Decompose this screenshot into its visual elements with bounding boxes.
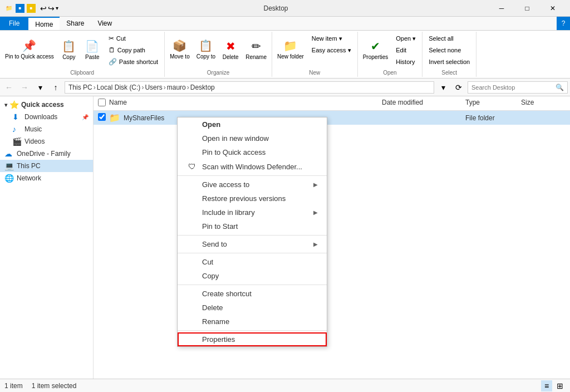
ctx-open[interactable]: Open <box>178 117 327 131</box>
view-buttons: ≡ ⊞ <box>541 380 566 391</box>
ctx-scan-defender[interactable]: 🛡 Scan with Windows Defender... <box>178 159 327 174</box>
ctx-pin-start[interactable]: Pin to Start <box>178 219 327 233</box>
cut-button[interactable]: ✂ Cut <box>105 33 162 44</box>
ctx-open-new-window[interactable]: Open in new window <box>178 131 327 145</box>
sidebar-item-onedrive[interactable]: ☁ OneDrive - Family <box>0 148 93 160</box>
search-icon: 🔍 <box>556 84 564 91</box>
paste-icon: 📄 <box>85 40 99 53</box>
copy-path-button[interactable]: 🗒 Copy path <box>105 45 162 56</box>
tab-view[interactable]: View <box>91 17 119 30</box>
header-size[interactable]: Size <box>521 99 566 108</box>
ctx-properties[interactable]: Properties <box>178 332 327 346</box>
undo-btn[interactable]: ↩ <box>40 4 47 13</box>
header-name[interactable]: Name <box>109 99 382 108</box>
select-small-buttons: Select all Select none Invert selection <box>425 33 474 67</box>
edit-btn[interactable]: Edit <box>392 45 420 56</box>
thispc-icon: 💻 <box>4 161 13 170</box>
select-none-button[interactable]: Select none <box>425 45 474 56</box>
properties-button[interactable]: ✔ Properties <box>360 33 391 66</box>
copy-icon: 📋 <box>62 40 76 53</box>
up-button[interactable]: ↑ <box>49 81 62 94</box>
ctx-sep-1 <box>178 175 327 176</box>
select-all-button[interactable]: Select all <box>425 33 474 44</box>
ribbon: File Home Share View ? <box>0 17 570 31</box>
ctx-create-shortcut[interactable]: Create shortcut <box>178 287 327 301</box>
recent-button[interactable]: ▾ <box>33 81 47 94</box>
ribbon-group-clipboard: 📌 Pin to Quick access 📋 Copy 📄 Paste ✂ C… <box>0 32 165 77</box>
pin-quick-access-button[interactable]: 📌 Pin to Quick access <box>2 33 57 66</box>
move-icon: 📦 <box>173 39 186 52</box>
delete-button[interactable]: ✖ Delete <box>219 33 242 66</box>
refresh-button[interactable]: ⟳ <box>452 81 465 94</box>
clipboard-buttons: 📌 Pin to Quick access 📋 Copy 📄 Paste ✂ C… <box>2 33 162 68</box>
sidebar-item-music[interactable]: ♪ Music <box>0 123 93 135</box>
title-bar: 📁 ■ ■ ↩ ↪ ▾ Desktop ─ □ ✕ <box>0 0 570 17</box>
videos-icon: 🎬 <box>12 137 21 146</box>
ctx-shield-icon: 🛡 <box>186 162 198 171</box>
history-btn[interactable]: History <box>392 56 420 67</box>
forward-button[interactable]: → <box>18 81 31 94</box>
context-menu: Open Open in new window Pin to Quick acc… <box>177 117 327 347</box>
copy-to-icon: 📋 <box>199 39 213 52</box>
search-input[interactable] <box>471 84 553 91</box>
status-bar: 1 item 1 item selected ≡ ⊞ <box>0 379 570 392</box>
music-icon: ♪ <box>12 125 21 134</box>
tab-home[interactable]: Home <box>28 17 60 30</box>
invert-selection-button[interactable]: Invert selection <box>425 56 474 67</box>
sidebar-item-videos[interactable]: 🎬 Videos <box>0 135 93 148</box>
large-icons-view-button[interactable]: ⊞ <box>554 380 566 391</box>
sidebar-item-network[interactable]: 🌐 Network <box>0 172 93 184</box>
dropdown-path-button[interactable]: ▾ <box>436 81 450 94</box>
header-type[interactable]: Type <box>465 99 521 108</box>
sidebar-item-downloads[interactable]: ⬇ Downloads 📌 <box>0 111 93 123</box>
ctx-send-to[interactable]: Send to ▶ <box>178 237 327 251</box>
redo-btn[interactable]: ↪ <box>48 4 55 13</box>
help-button[interactable]: ? <box>557 17 570 30</box>
ctx-cut[interactable]: Cut <box>178 255 327 269</box>
address-path[interactable]: This PC › Local Disk (C:) › Users › maur… <box>65 81 434 94</box>
tab-file[interactable]: File <box>0 17 28 30</box>
tab-share[interactable]: Share <box>60 17 91 30</box>
select-all-checkbox[interactable] <box>98 99 106 106</box>
properties-icon: ✔ <box>371 40 380 53</box>
minimize-button[interactable]: ─ <box>489 0 514 17</box>
file-area: Name Date modified Type Size 📁 MyShareFi… <box>94 96 570 379</box>
ctx-copy[interactable]: Copy <box>178 269 327 283</box>
new-item-button[interactable]: New item ▾ <box>308 33 355 44</box>
copy-button[interactable]: 📋 Copy <box>58 33 80 66</box>
header-date[interactable]: Date modified <box>382 99 465 108</box>
ctx-restore-versions[interactable]: Restore previous versions <box>178 192 327 205</box>
ctx-access-arrow: ▶ <box>313 182 318 188</box>
close-button[interactable]: ✕ <box>540 0 566 17</box>
sidebar-quick-access-header[interactable]: ▾ ⭐ Quick access <box>0 99 93 111</box>
ctx-rename[interactable]: Rename <box>178 315 327 329</box>
sidebar-item-thispc[interactable]: 💻 This PC <box>0 160 93 172</box>
move-to-button[interactable]: 📦 Move to <box>167 33 193 66</box>
ctx-give-access[interactable]: Give access to ▶ <box>178 178 327 192</box>
paste-shortcut-button[interactable]: 🔗 Paste shortcut <box>105 56 162 67</box>
organize-buttons: 📦 Move to 📋 Copy to ✖ Delete ✏ Rename <box>167 33 269 68</box>
rename-button[interactable]: ✏ Rename <box>243 33 269 66</box>
easy-access-button[interactable]: Easy access ▾ <box>308 45 355 56</box>
path-segment-localdisk: Local Disk (C:) <box>97 84 141 91</box>
search-bar: 🔍 <box>468 81 568 94</box>
new-folder-button[interactable]: 📁 New folder <box>274 33 307 66</box>
maximize-button[interactable]: □ <box>514 0 540 17</box>
ctx-send-arrow: ▶ <box>313 241 318 247</box>
back-button[interactable]: ← <box>2 81 16 94</box>
dropdown-btn[interactable]: ▾ <box>56 5 58 11</box>
row-checkbox[interactable] <box>98 113 106 121</box>
copy-to-button[interactable]: 📋 Copy to <box>194 33 218 66</box>
open-btn[interactable]: Open ▾ <box>392 33 420 44</box>
ctx-library-arrow: ▶ <box>313 209 318 215</box>
paste-button[interactable]: 📄 Paste <box>81 33 104 66</box>
details-view-button[interactable]: ≡ <box>541 380 552 391</box>
ctx-delete[interactable]: Delete <box>178 301 327 315</box>
open-buttons: ✔ Properties Open ▾ Edit History <box>360 33 420 68</box>
path-segment-users: Users <box>145 84 162 91</box>
ctx-include-library[interactable]: Include in library ▶ <box>178 205 327 219</box>
ribbon-group-open: ✔ Properties Open ▾ Edit History Open <box>358 32 423 77</box>
sidebar: ▾ ⭐ Quick access ⬇ Downloads 📌 ♪ Music 🎬… <box>0 96 94 379</box>
ctx-pin-quick[interactable]: Pin to Quick access <box>178 145 327 159</box>
table-row[interactable]: 📁 MyShareFiles File folder <box>94 111 570 125</box>
